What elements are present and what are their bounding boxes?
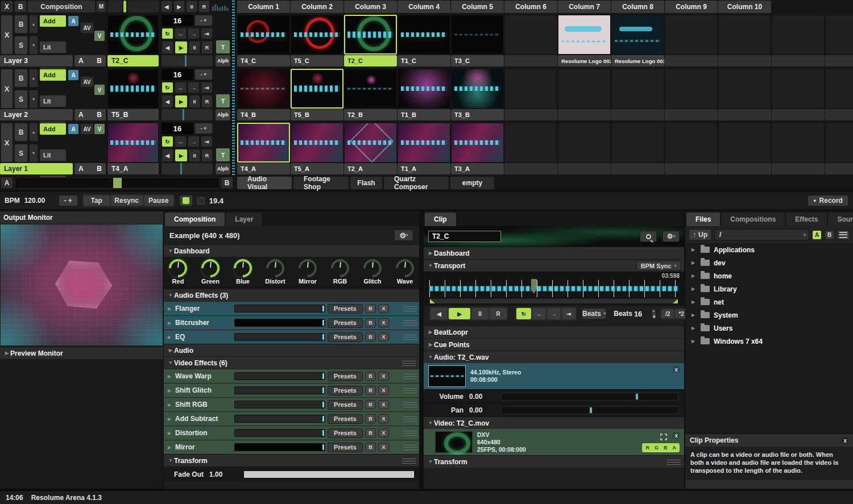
effect-bypass-button[interactable]: B <box>365 386 376 395</box>
clip-cell[interactable]: T4_C <box>237 15 290 67</box>
video-file-row[interactable]: DXV 640x480 25FPS, 00:08:000 x RGBA <box>424 429 684 455</box>
layer-down-button[interactable]: ▼ <box>29 90 38 109</box>
empty-clip-label[interactable] <box>772 109 825 120</box>
clip-cell[interactable]: Resolume Logo 001 <box>611 15 664 67</box>
clip-cell[interactable] <box>665 123 718 175</box>
layer-down-button[interactable]: ▼ <box>29 36 38 55</box>
drag-handle[interactable] <box>403 306 417 311</box>
layer-a-button[interactable]: A <box>78 57 84 65</box>
effect-bypass-button[interactable]: B <box>365 318 376 327</box>
effect-slider[interactable] <box>234 333 325 341</box>
drag-handle[interactable] <box>403 402 417 407</box>
slider-handle[interactable] <box>412 472 413 477</box>
clip-thumbnail[interactable] <box>451 123 504 163</box>
clip-thumbnail[interactable] <box>291 123 343 163</box>
layer-bypass-button[interactable]: B <box>14 123 28 141</box>
clip-cell[interactable]: T2_A <box>344 123 397 175</box>
effect-remove-button[interactable]: X <box>378 386 389 395</box>
layer-solo-button[interactable]: S <box>14 90 28 109</box>
clip-cell[interactable] <box>718 15 771 67</box>
empty-clip-thumbnail[interactable] <box>825 15 853 55</box>
layer-play-button[interactable]: ▶ <box>175 95 188 108</box>
layer-up-button[interactable]: ▲ <box>29 123 38 141</box>
layer-beats-stepper[interactable]: - + <box>194 123 213 134</box>
clip-cell[interactable] <box>611 123 664 175</box>
fade-out-slider[interactable] <box>243 470 415 478</box>
clip-cell[interactable] <box>504 69 557 121</box>
empty-clip-label[interactable] <box>825 163 853 174</box>
volume-value[interactable]: 0.00 <box>469 393 501 401</box>
dashboard-knob[interactable]: Red <box>165 259 191 285</box>
effect-remove-button[interactable]: X <box>378 318 389 327</box>
empty-clip-thumbnail[interactable] <box>665 69 718 109</box>
clip-name-label[interactable]: T4_A <box>237 163 290 174</box>
empty-clip-label[interactable] <box>558 109 611 120</box>
column-header[interactable]: Column 7 <box>558 1 611 13</box>
clip-thumbnail[interactable] <box>397 15 450 55</box>
empty-clip-label[interactable] <box>718 163 771 174</box>
composition-settings-button[interactable]: ⚙▾ <box>394 230 413 241</box>
layer-b-button[interactable]: B <box>97 57 102 65</box>
half-beats-button[interactable]: /2 <box>661 309 674 318</box>
empty-clip-thumbnail[interactable] <box>825 123 853 163</box>
column-header[interactable]: Column 2 <box>291 1 343 13</box>
clip-thumbnail[interactable] <box>344 15 397 55</box>
clip-name-label[interactable]: T2_B <box>344 109 397 120</box>
clip-cell[interactable] <box>772 15 825 67</box>
deck-tab[interactable]: Audio Visual <box>237 177 292 189</box>
layer-solo-button[interactable]: S <box>14 36 28 55</box>
layer-r-button[interactable]: R <box>201 149 213 162</box>
presets-dropdown[interactable]: Presets <box>328 318 363 328</box>
clip-search-button[interactable] <box>640 231 657 242</box>
tab-clip[interactable]: Clip <box>425 213 456 226</box>
empty-clip-thumbnail[interactable] <box>718 69 771 109</box>
layer-r-button[interactable]: R <box>201 95 213 108</box>
empty-clip-thumbnail[interactable] <box>504 123 557 163</box>
effect-remove-button[interactable]: X <box>378 414 389 423</box>
pan-slider[interactable] <box>501 406 678 414</box>
slider-handle[interactable] <box>636 394 638 399</box>
layer-pause-button[interactable]: II <box>189 149 200 162</box>
crossfader-b-button[interactable]: B <box>221 177 233 189</box>
clip-name-label[interactable]: Resolume Logo 001 <box>611 55 664 66</box>
clip-cell[interactable]: T3_C <box>451 15 504 67</box>
effect-row[interactable]: ▶MirrorPresetsBX <box>164 440 419 454</box>
crossfader-slider[interactable] <box>15 177 220 189</box>
presets-dropdown[interactable]: Presets <box>328 443 363 452</box>
beat-checkbox[interactable] <box>197 197 205 205</box>
layer-prev-button[interactable]: ◀ <box>162 149 173 162</box>
empty-clip-label[interactable] <box>504 109 557 120</box>
loop-mode-button[interactable]: ↻ <box>516 308 531 319</box>
audiovisual-target-button[interactable]: AV <box>80 22 94 34</box>
column-header[interactable]: Column 10 <box>718 1 771 13</box>
clip-prev-button[interactable]: ◀ <box>430 308 448 319</box>
column-header[interactable]: Column 9 <box>665 1 718 13</box>
video-target-button[interactable]: V <box>94 84 105 95</box>
clip-thumbnail[interactable] <box>558 15 611 55</box>
clip-settings-button[interactable]: ⚙▾ <box>662 231 680 242</box>
audio-file-row[interactable]: 44.100kHz, Stereo 00:08:000 x <box>424 363 684 389</box>
dashboard-knob[interactable]: RGB <box>328 259 353 285</box>
layer-play-once-button[interactable]: → <box>188 82 200 93</box>
drag-handle[interactable] <box>403 416 417 422</box>
clip-scrub-bar[interactable] <box>429 298 678 304</box>
fade-out-value[interactable]: 1.00 <box>209 470 239 478</box>
tab-files[interactable]: Files <box>686 213 720 226</box>
pause-bpm-button[interactable]: Pause <box>144 195 173 206</box>
file-tree-row[interactable]: ▶net <box>685 295 853 309</box>
file-tree-row[interactable]: ▶Users <box>685 322 853 335</box>
clip-cell[interactable]: T1_C <box>397 15 450 67</box>
caret-icon[interactable]: ▶ <box>690 326 697 331</box>
clip-thumbnail[interactable] <box>611 15 664 55</box>
layer-active-clip-name[interactable]: T4_A <box>107 163 159 174</box>
bpm-value[interactable]: 120.00 <box>24 197 54 205</box>
layer-progress-bar[interactable] <box>162 163 213 174</box>
clip-name-label[interactable]: T5_A <box>291 163 343 174</box>
clip-cell[interactable] <box>558 123 611 175</box>
effect-remove-button[interactable]: X <box>378 443 389 452</box>
remove-audio-button[interactable]: x <box>673 366 680 373</box>
clip-properties-header[interactable]: Clip Properties x <box>685 434 853 447</box>
effect-bypass-button[interactable]: B <box>365 428 376 438</box>
resync-button[interactable]: Resync <box>111 195 143 206</box>
effect-slider[interactable] <box>234 386 325 394</box>
